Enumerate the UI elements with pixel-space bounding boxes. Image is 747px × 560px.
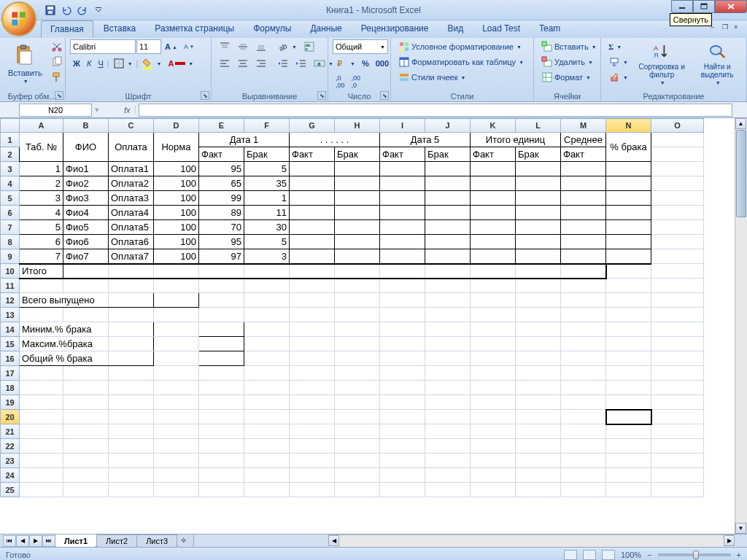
cell[interactable]: 30 — [244, 220, 290, 235]
row-header[interactable]: 24 — [1, 468, 20, 483]
cell[interactable] — [561, 249, 606, 264]
cell-styles-button[interactable]: Стили ячеек▼ — [395, 70, 468, 85]
cell[interactable] — [606, 395, 651, 410]
cell[interactable] — [561, 162, 606, 176]
cell[interactable] — [425, 162, 471, 176]
cell[interactable]: Факт — [380, 147, 425, 162]
cell[interactable]: Оплата7 — [109, 249, 154, 264]
window-maximize-button[interactable] — [693, 0, 715, 13]
row-header[interactable]: 21 — [1, 424, 20, 439]
row-header[interactable]: 3 — [1, 162, 20, 176]
cell[interactable]: 2 — [20, 176, 63, 191]
cell[interactable]: Итого — [20, 264, 63, 279]
cell[interactable] — [335, 162, 380, 176]
cell[interactable] — [109, 381, 154, 395]
cell[interactable] — [380, 337, 425, 351]
cell[interactable] — [516, 293, 561, 308]
cell[interactable] — [425, 308, 471, 322]
clipboard-dialog-launcher[interactable]: ⬊ — [55, 91, 63, 100]
cell[interactable] — [561, 279, 606, 293]
cell[interactable] — [290, 351, 335, 366]
cell[interactable] — [335, 235, 380, 249]
cell[interactable] — [516, 308, 561, 322]
row-header[interactable]: 9 — [1, 249, 20, 264]
cell[interactable] — [425, 483, 471, 497]
cell[interactable] — [63, 483, 109, 497]
cell[interactable] — [199, 439, 244, 454]
cell[interactable] — [290, 366, 335, 381]
row-header[interactable]: 2 — [1, 147, 20, 162]
cell[interactable] — [335, 468, 380, 483]
window-close-button[interactable] — [715, 0, 747, 13]
cell[interactable]: 35 — [244, 176, 290, 191]
decrease-indent-button[interactable] — [274, 56, 292, 71]
cell[interactable] — [606, 249, 651, 264]
cell[interactable] — [335, 176, 380, 191]
cell[interactable] — [154, 337, 199, 351]
cell[interactable] — [516, 176, 561, 191]
cell[interactable] — [290, 176, 335, 191]
cell[interactable] — [154, 439, 199, 454]
cell[interactable]: Фио4 — [63, 206, 109, 220]
cell[interactable] — [335, 206, 380, 220]
cell[interactable] — [651, 468, 704, 483]
cell[interactable] — [425, 279, 471, 293]
align-center-button[interactable] — [234, 56, 252, 71]
office-button[interactable] — [1, 1, 36, 36]
cell[interactable] — [109, 293, 154, 308]
increase-font-button[interactable]: A▲ — [162, 39, 180, 54]
cell[interactable]: 95 — [199, 235, 244, 249]
row-header[interactable]: 13 — [1, 308, 20, 322]
cell[interactable]: 6 — [20, 235, 63, 249]
cell[interactable] — [561, 366, 606, 381]
cell[interactable] — [651, 235, 704, 249]
cell[interactable] — [63, 439, 109, 454]
font-size-combo[interactable] — [136, 39, 161, 54]
cell[interactable] — [606, 410, 651, 424]
cell[interactable]: Брак — [244, 147, 290, 162]
cell[interactable] — [109, 483, 154, 497]
col-header[interactable]: C — [109, 119, 154, 133]
cell[interactable] — [244, 366, 290, 381]
cell[interactable]: Фио3 — [63, 191, 109, 206]
cell[interactable] — [335, 395, 380, 410]
cell[interactable] — [63, 454, 109, 468]
italic-button[interactable]: К — [84, 56, 94, 71]
tab-load-test[interactable]: Load Test — [473, 20, 529, 38]
cell[interactable] — [244, 410, 290, 424]
cell[interactable] — [20, 410, 63, 424]
cell[interactable] — [20, 381, 63, 395]
number-format-combo[interactable]: Общий▼ — [333, 39, 388, 54]
cell[interactable]: Дата 5 — [380, 133, 471, 147]
cell[interactable] — [20, 468, 63, 483]
cell[interactable] — [290, 468, 335, 483]
cell[interactable] — [63, 468, 109, 483]
cell[interactable] — [425, 410, 471, 424]
cell[interactable] — [606, 468, 651, 483]
cell[interactable] — [20, 308, 63, 322]
paste-button[interactable]: Вставить▼ — [4, 39, 46, 88]
cell[interactable]: Таб. № — [20, 133, 63, 162]
cell[interactable] — [651, 293, 704, 308]
cell[interactable] — [154, 410, 199, 424]
cell[interactable] — [606, 366, 651, 381]
cell[interactable] — [606, 176, 651, 191]
cell[interactable] — [380, 176, 425, 191]
cell[interactable] — [425, 381, 471, 395]
cell[interactable] — [244, 293, 290, 308]
cell[interactable] — [516, 249, 561, 264]
cell[interactable]: Оплата — [109, 133, 154, 162]
row-header[interactable]: 5 — [1, 191, 20, 206]
cell[interactable] — [471, 395, 516, 410]
cell[interactable] — [471, 162, 516, 176]
cell[interactable] — [244, 424, 290, 439]
cell[interactable] — [335, 220, 380, 235]
font-color-button[interactable]: A▼ — [165, 56, 196, 71]
bold-button[interactable]: Ж — [70, 56, 83, 71]
cell[interactable] — [335, 424, 380, 439]
sheet-tab-2[interactable]: Лист2 — [96, 534, 137, 548]
cell[interactable] — [109, 468, 154, 483]
cell[interactable] — [471, 322, 516, 337]
cell[interactable] — [651, 249, 704, 264]
format-as-table-button[interactable]: Форматировать как таблицу▼ — [395, 55, 527, 69]
